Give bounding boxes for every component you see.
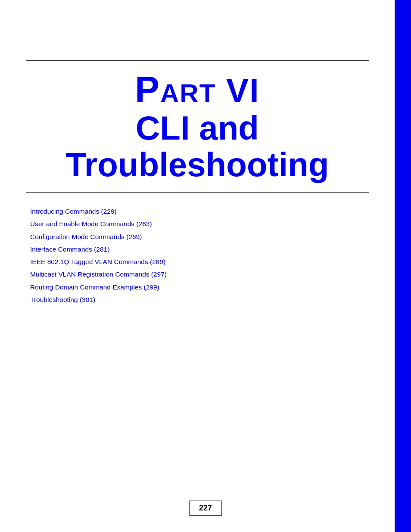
toc-link-routing[interactable]: Routing Domain Command Examples (299) — [30, 283, 159, 291]
list-item[interactable]: Troubleshooting (301) — [30, 295, 369, 305]
list-item[interactable]: Introducing Commands (229) — [30, 206, 369, 216]
toc-link-multicast[interactable]: Multicast VLAN Registration Commands (29… — [30, 271, 167, 278]
list-item[interactable]: Multicast VLAN Registration Commands (29… — [30, 269, 369, 279]
list-item[interactable]: Routing Domain Command Examples (299) — [30, 282, 369, 292]
title-line1: CLI and — [26, 110, 369, 147]
page-container: Part VI CLI and Troubleshooting Introduc… — [0, 0, 411, 532]
list-item[interactable]: User and Enable Mode Commands (263) — [30, 219, 369, 229]
title-line2: Troubleshooting — [26, 146, 369, 184]
list-item[interactable]: Interface Commands (281) — [30, 244, 369, 254]
toc-list: Introducing Commands (229) User and Enab… — [30, 206, 369, 305]
part-number: VI — [226, 72, 260, 109]
list-item[interactable]: IEEE 802.1Q Tagged VLAN Commands (289) — [30, 257, 369, 267]
toc-link-troubleshooting[interactable]: Troubleshooting (301) — [30, 296, 95, 303]
part-heading: Part VI — [26, 69, 369, 110]
toc-link-ieee[interactable]: IEEE 802.1Q Tagged VLAN Commands (289) — [30, 258, 165, 265]
list-item[interactable]: Configuration Mode Commands (269) — [30, 232, 369, 242]
subtitle-line1: CLI and Troubleshooting — [26, 110, 369, 184]
main-content: Part VI CLI and Troubleshooting Introduc… — [0, 0, 395, 532]
toc-link-config-mode[interactable]: Configuration Mode Commands (269) — [30, 233, 142, 240]
toc-link-introducing[interactable]: Introducing Commands (229) — [30, 208, 117, 215]
right-sidebar — [395, 0, 411, 532]
toc-link-interface[interactable]: Interface Commands (281) — [30, 246, 109, 253]
top-rule — [26, 60, 369, 61]
page-number: 227 — [189, 501, 222, 516]
toc-link-user-enable[interactable]: User and Enable Mode Commands (263) — [30, 220, 152, 227]
bottom-rule — [26, 192, 369, 193]
part-word: Part — [135, 69, 216, 110]
